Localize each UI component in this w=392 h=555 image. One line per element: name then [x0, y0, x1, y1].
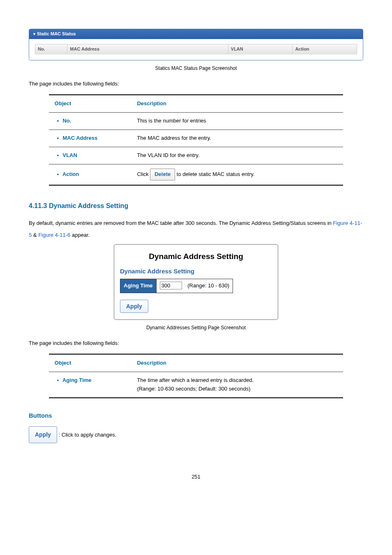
col-action: Action	[293, 44, 357, 54]
description-cell: The MAC address for the entry.	[131, 130, 343, 147]
apply-description: : Click to apply changes.	[59, 432, 117, 438]
figure-link-6[interactable]: Figure 4-11-6	[38, 232, 70, 238]
action-post-text: to delete static MAC status entry.	[177, 171, 255, 177]
col-mac: MAC Address	[67, 44, 228, 54]
apply-button[interactable]: Apply	[120, 300, 148, 313]
aging-time-cell: (Range: 10 - 630)	[156, 279, 233, 293]
table-header-row: No. MAC Address VLAN Action	[35, 44, 357, 54]
table-row: • VLAN The VLAN ID for the entry.	[49, 147, 343, 164]
table-row: • Aging Time The time after which a lear…	[49, 372, 343, 398]
col-vlan: VLAN	[228, 44, 293, 54]
page-number: 251	[29, 473, 363, 481]
figure-caption-2: Figure 4-11-5 Dynamic Addresses Setting …	[29, 324, 363, 332]
chevron-down-icon: ▾	[33, 32, 35, 36]
object-cell: • VLAN	[49, 147, 131, 164]
table-row: • Action Click Delete to delete static M…	[49, 164, 343, 185]
bullet-icon: •	[55, 170, 61, 179]
object-cell: • Aging Time	[49, 372, 131, 398]
col-description: Description	[131, 354, 343, 372]
intro-text-2: The page includes the following fields:	[29, 339, 363, 348]
object-cell: • Action	[49, 164, 131, 185]
col-description: Description	[131, 95, 343, 113]
apply-button-line: Apply : Click to apply changes.	[29, 426, 363, 444]
fields-table-2: Object Description • Aging Time The time…	[49, 354, 343, 398]
table-row: • MAC Address The MAC address for the en…	[49, 130, 343, 147]
bullet-icon: •	[55, 376, 61, 385]
fields-table-1: Object Description • No. This is the num…	[49, 94, 343, 185]
aging-time-table: Aging Time (Range: 10 - 630)	[120, 279, 233, 293]
panel-body: No. MAC Address VLAN Action	[29, 39, 363, 60]
static-mac-status-panel: ▾Static MAC Status No. MAC Address VLAN …	[29, 29, 363, 60]
dynamic-address-figure: Dynamic Address Setting Dynamic Address …	[114, 244, 278, 320]
buttons-heading: Buttons	[29, 411, 363, 421]
description-cell: The VLAN ID for the entry.	[131, 147, 343, 164]
description-cell: This is the number for entries	[131, 112, 343, 130]
delete-button[interactable]: Delete	[150, 169, 175, 180]
col-object: Object	[49, 354, 131, 372]
static-mac-table: No. MAC Address VLAN Action	[35, 44, 357, 55]
table-header-row: Object Description	[49, 354, 343, 372]
figure-caption-1: Figure 4-11-4 Statics MAC Status Page Sc…	[29, 65, 363, 72]
apply-button[interactable]: Apply	[29, 426, 57, 443]
description-cell: Click Delete to delete static MAC status…	[131, 164, 343, 185]
table-row: • No. This is the number for entries	[49, 112, 343, 130]
figure-subtitle: Dynamic Address Setting	[120, 266, 272, 276]
aging-range-text: (Range: 10 - 630)	[187, 282, 229, 289]
description-cell: The time after which a learned entry is …	[131, 372, 343, 398]
col-no: No.	[35, 44, 67, 54]
section-heading: 4.11.3 Dynamic Address Setting	[29, 201, 363, 211]
bullet-icon: •	[55, 134, 61, 143]
bullet-icon: •	[55, 151, 61, 160]
panel-title: Static MAC Status	[37, 31, 76, 36]
panel-header[interactable]: ▾Static MAC Status	[29, 29, 363, 39]
table-header-row: Object Description	[49, 95, 343, 113]
aging-time-input[interactable]	[160, 282, 182, 289]
figure-title: Dynamic Address Setting	[114, 245, 278, 266]
col-object: Object	[49, 95, 131, 113]
intro-text-1: The page includes the following fields:	[29, 80, 363, 88]
action-pre-text: Click	[137, 171, 150, 177]
table-row: Aging Time (Range: 10 - 630)	[120, 279, 233, 293]
section-paragraph: By default, dynamic entries are removed …	[29, 217, 363, 241]
object-cell: • No.	[49, 112, 131, 130]
object-cell: • MAC Address	[49, 130, 131, 147]
bullet-icon: •	[55, 117, 61, 125]
aging-time-label: Aging Time	[120, 279, 157, 293]
